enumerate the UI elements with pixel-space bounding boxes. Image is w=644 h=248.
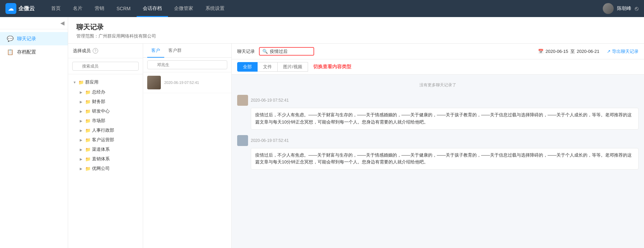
folder-icon-2: 📁 (85, 109, 91, 114)
sidebar: ◀ 💬 聊天记录 📋 存档配置 (0, 17, 68, 248)
sidebar-item-chat-records[interactable]: 💬 聊天记录 (0, 32, 68, 45)
members-panel-header: 选择成员 ? (68, 44, 143, 58)
filter-tab-image-video[interactable]: 图片/视频 (277, 62, 308, 72)
nav-home[interactable]: 首页 (45, 0, 67, 17)
chat-search-input[interactable] (270, 49, 311, 54)
arrow-icon-5: ▶ (80, 138, 84, 142)
folder-icon-6: 📁 (85, 147, 91, 152)
customer-tabs: 客户 客户群 (143, 44, 231, 58)
msg-header-0: 2020-06-19 07:52:41 (237, 95, 639, 106)
msg-avatar-1 (237, 135, 248, 146)
topnav-right: 陈朝峰 ⎋ (603, 3, 639, 14)
msg-body-0: 疫情过后，不少人有焦虑。——关于财富与生存的，——关于情感婚姻的，——关于健康的… (251, 108, 639, 130)
date-range: 📅 2020-06-15 至 2020-06-21 (538, 48, 599, 55)
sidebar-menu: 💬 聊天记录 📋 存档配置 (0, 29, 68, 61)
tab-customer-group[interactable]: 客户群 (164, 44, 186, 58)
sidebar-item-archive-config[interactable]: 📋 存档配置 (0, 45, 68, 59)
main-header: 聊天记录 管理范围：广州群应用网络科技有限公司 (68, 17, 644, 44)
folder-icon-5: 📁 (85, 137, 91, 143)
msg-body-1: 疫情过后，不少人有焦虑。——关于财富与生存的，——关于情感婚姻的，——关于健康的… (251, 148, 639, 170)
arrow-icon-1: ▶ (80, 100, 84, 104)
search-annotation-wrap: 搜索聊天内容 🔍 (259, 47, 314, 56)
filter-tab-file[interactable]: 文件 (257, 62, 278, 72)
management-scope: 管理范围：广州群应用网络科技有限公司 (76, 33, 636, 39)
message-block-1: 2020-06-19 07:52:41 疫情过后，不少人有焦虑。——关于财富与生… (237, 135, 639, 170)
export-icon: ↗ (607, 49, 611, 54)
customer-time-0: 2020-06-19 07:52:41 (164, 81, 227, 85)
members-search-wrap: 🔍 (68, 58, 143, 74)
page-title: 聊天记录 (76, 23, 636, 32)
folder-icon-8: 📁 (85, 166, 91, 171)
customer-search-input[interactable] (147, 60, 227, 69)
arrow-icon-2: ▶ (80, 110, 84, 113)
logo-icon: ☁ (5, 3, 16, 14)
tree-item-4[interactable]: ▶ 📁 人事行政部 (75, 126, 143, 135)
sidebar-item-label-chat: 聊天记录 (17, 36, 36, 42)
username: 陈朝峰 (617, 5, 631, 12)
nav-settings[interactable]: 系统设置 (199, 0, 231, 17)
no-more-label: 没有更多聊天记录了 (237, 79, 639, 95)
arrow-icon-6: ▶ (80, 148, 84, 151)
members-panel: 选择成员 ? 🔍 ▼ 📁 群应用 (68, 44, 143, 248)
nav-marketing[interactable]: 营销 (89, 0, 110, 17)
filter-tab-all[interactable]: 全部 (237, 62, 258, 72)
tree-expand-icon: ▼ (73, 81, 77, 84)
arrow-icon-8: ▶ (80, 167, 84, 171)
tree-folder-icon: 📁 (78, 80, 84, 85)
export-label: 导出聊天记录 (612, 48, 639, 55)
tree-label-6: 渠道体系 (92, 146, 110, 152)
msg-time-0: 2020-06-19 07:52:41 (251, 98, 289, 103)
folder-icon-0: 📁 (85, 90, 91, 95)
customer-info-0: 2020-06-19 07:52:41 (164, 81, 227, 85)
tree-item-6[interactable]: ▶ 📁 渠道体系 (75, 145, 143, 154)
nav-enterprise[interactable]: 企微管家 (168, 0, 199, 17)
tree-label-0: 总经办 (92, 89, 105, 95)
chat-search-icon: 🔍 (262, 49, 268, 54)
folder-icon-1: 📁 (85, 99, 91, 104)
customer-list: 2020-06-19 07:52:41 (143, 72, 231, 248)
nav-namecard[interactable]: 名片 (67, 0, 89, 17)
logout-button[interactable]: ⎋ (635, 5, 639, 12)
tree-label-7: 直销体系 (92, 156, 110, 162)
message-block-0: 2020-06-19 07:52:41 疫情过后，不少人有焦虑。——关于财富与生… (237, 95, 639, 130)
tree-item-3[interactable]: ▶ 📁 市场部 (75, 116, 143, 126)
arrow-icon-3: ▶ (80, 119, 84, 123)
tree-item-0[interactable]: ▶ 📁 总经办 (75, 87, 143, 97)
arrow-icon-0: ▶ (80, 90, 84, 94)
customer-avatar-0 (147, 76, 161, 89)
nav-scrm[interactable]: SCRM (110, 0, 137, 17)
customers-panel: 客户 客户群 🔍 2020-06-19 07:52:4 (143, 44, 232, 248)
tree-root[interactable]: ▼ 📁 群应用 (68, 77, 143, 87)
tree-item-2[interactable]: ▶ 📁 研发中心 (75, 106, 143, 116)
chat-toolbar: 聊天记录 搜索聊天内容 🔍 📅 2020-06-15 至 2020-06- (232, 44, 644, 59)
msg-time-1: 2020-06-19 07:52:41 (251, 138, 289, 143)
filter-tabs-bar: 全部 文件 图片/视频 切换查看内容类型 (232, 59, 644, 75)
tree-root-label: 群应用 (85, 79, 98, 85)
tree-label-1: 财务部 (92, 99, 105, 105)
nav-chat-archive[interactable]: 会话存档 (137, 0, 168, 17)
tree-item-1[interactable]: ▶ 📁 财务部 (75, 97, 143, 106)
date-to: 2020-06-21 (577, 49, 600, 54)
collapse-button[interactable]: ◀ (60, 20, 64, 26)
members-search-input[interactable] (72, 62, 139, 71)
filter-hint-label: 切换查看内容类型 (313, 64, 351, 70)
archive-config-icon: 📋 (7, 49, 14, 55)
help-icon[interactable]: ? (93, 48, 98, 54)
customer-search-wrap: 🔍 (143, 58, 231, 72)
content-area: 选择成员 ? 🔍 ▼ 📁 群应用 (68, 44, 644, 248)
avatar (603, 3, 614, 14)
tree-item-5[interactable]: ▶ 📁 客户运营部 (75, 135, 143, 145)
tree-label-5: 客户运营部 (92, 137, 114, 143)
tab-customer[interactable]: 客户 (147, 44, 164, 58)
logo: ☁ 企微云 (5, 3, 35, 14)
calendar-icon: 📅 (538, 49, 543, 54)
export-button[interactable]: ↗ 导出聊天记录 (607, 48, 639, 55)
members-title: 选择成员 (73, 48, 91, 54)
chat-messages: 没有更多聊天记录了 2020-06-19 07:52:41 疫情过后，不少人有焦… (232, 75, 644, 248)
msg-avatar-0 (237, 95, 248, 106)
tree-item-8[interactable]: ▶ 📁 优网公司 (75, 164, 143, 173)
customer-item-0[interactable]: 2020-06-19 07:52:41 (143, 72, 231, 93)
tree-item-7[interactable]: ▶ 📁 直销体系 (75, 154, 143, 164)
sidebar-collapse: ◀ (0, 17, 68, 29)
chat-panel: 聊天记录 搜索聊天内容 🔍 📅 2020-06-15 至 2020-06- (232, 44, 644, 248)
